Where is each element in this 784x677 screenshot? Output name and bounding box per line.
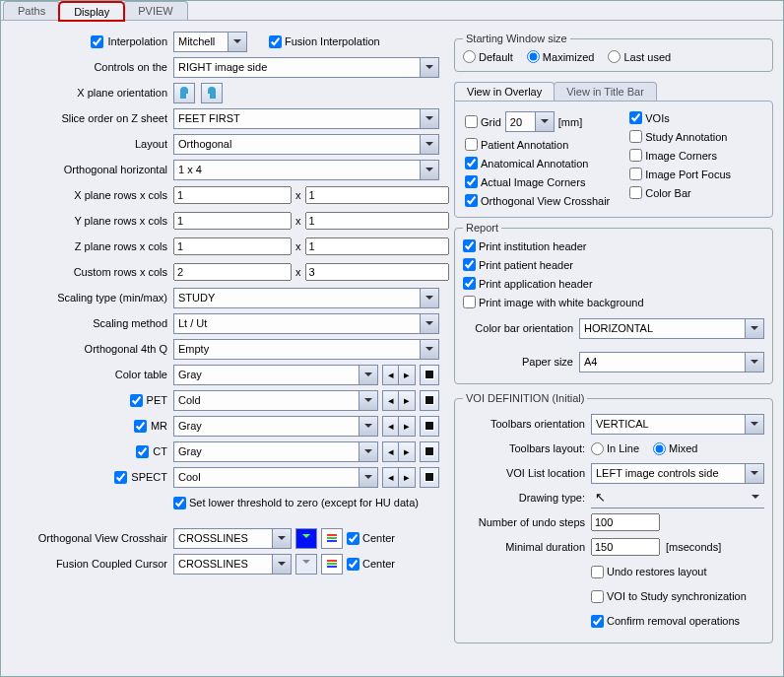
slice-order-select[interactable]: FEET FIRST (173, 108, 439, 129)
tab-pview[interactable]: PVIEW (123, 1, 187, 20)
x-plane-orientation-head-left-icon[interactable] (173, 83, 195, 103)
pet-prev-button[interactable]: ◂ (382, 390, 399, 411)
confirm-remove-checkbox[interactable]: Confirm removal operations (591, 615, 740, 628)
z-plane-cols-input[interactable] (305, 237, 449, 255)
mr-prev-button[interactable]: ◂ (382, 416, 399, 437)
interpolation-method-select[interactable]: Mitchell (173, 32, 247, 52)
tab-view-overlay[interactable]: View in Overlay (454, 82, 555, 101)
undo-steps-input[interactable] (591, 513, 660, 531)
scaling-type-select[interactable]: STUDY (173, 288, 439, 308)
grid-checkbox[interactable]: Grid (465, 115, 501, 128)
ortho-4th-label: Orthogonal 4th Q (11, 343, 173, 355)
tab-paths[interactable]: Paths (3, 1, 60, 20)
mr-swatch-button[interactable] (420, 416, 439, 437)
tb-inline-radio[interactable]: In Line (591, 442, 639, 455)
print-pat-checkbox[interactable]: Print patient header (463, 258, 764, 271)
y-plane-rows-input[interactable] (173, 212, 292, 230)
win-maximized-radio[interactable]: Maximized (527, 50, 595, 63)
spect-next-button[interactable]: ▸ (399, 467, 416, 488)
vois-checkbox[interactable]: VOIs (629, 111, 731, 124)
paper-size-select[interactable]: A4 (579, 352, 764, 372)
patient-ann-checkbox[interactable]: Patient Annotation (465, 138, 610, 151)
voi-sync-checkbox[interactable]: VOI to Study synchronization (591, 590, 747, 603)
pet-label: PET (147, 394, 167, 406)
mr-next-button[interactable]: ▸ (399, 416, 416, 437)
x-sep: x (295, 189, 301, 201)
controls-on-the-select[interactable]: RIGHT image side (173, 57, 439, 78)
ct-next-button[interactable]: ▸ (399, 441, 416, 462)
mr-label: MR (151, 420, 167, 432)
x-plane-orientation-head-right-icon[interactable] (201, 83, 223, 103)
x-plane-cols-input[interactable] (305, 186, 449, 204)
mr-select[interactable]: Gray (173, 416, 378, 437)
tab-display[interactable]: Display (59, 2, 124, 21)
voi-list-select[interactable]: LEFT image controls side (591, 463, 764, 484)
custom-rows-input[interactable] (173, 263, 292, 281)
spect-checkbox[interactable] (114, 471, 127, 484)
color-bar-checkbox[interactable]: Color Bar (629, 186, 731, 199)
ct-label: CT (153, 445, 167, 457)
print-app-checkbox[interactable]: Print application header (463, 277, 764, 290)
tab-view-titlebar[interactable]: View in Title Bar (554, 82, 657, 101)
z-plane-rows-input[interactable] (173, 237, 292, 255)
image-corners-checkbox[interactable]: Image Corners (629, 149, 731, 162)
anatomical-ann-checkbox[interactable]: Anatomical Annotation (465, 157, 610, 169)
pet-swatch-button[interactable] (420, 390, 439, 411)
set-lower-threshold-checkbox[interactable]: Set lower threshold to zero (except for … (173, 497, 419, 509)
min-dur-input[interactable] (591, 538, 660, 556)
ortho-h-select[interactable]: 1 x 4 (173, 160, 439, 180)
spect-prev-button[interactable]: ◂ (382, 467, 399, 488)
check-label: Print image with white background (479, 297, 644, 308)
tb-orient-select[interactable]: VERTICAL (591, 414, 764, 435)
check-label: Study Annotation (645, 131, 727, 143)
drawing-type-select[interactable]: ↖ (591, 488, 764, 508)
ortho-crosshair-center-checkbox[interactable]: Center (347, 532, 395, 545)
check-label: Confirm removal operations (607, 615, 740, 627)
ortho-crosshair-view-checkbox[interactable]: Orthogonal View Crosshair (465, 194, 610, 207)
fusion-cursor-center-checkbox[interactable]: Center (347, 558, 395, 571)
spect-select[interactable]: Cool (173, 467, 378, 488)
fusion-cursor-lut-button[interactable] (321, 554, 343, 575)
grid-value-select[interactable]: 20 (505, 111, 555, 132)
pet-select[interactable]: Cold (173, 390, 378, 411)
ortho-crosshair-select[interactable]: CROSSLINES (173, 528, 292, 549)
print-bg-checkbox[interactable]: Print image with white background (463, 296, 764, 308)
port-focus-checkbox[interactable]: Image Port Focus (629, 168, 731, 180)
check-label: Print patient header (479, 259, 573, 271)
pet-next-button[interactable]: ▸ (399, 390, 416, 411)
mr-checkbox[interactable] (134, 420, 147, 433)
ortho-crosshair-color-button[interactable] (295, 528, 317, 549)
ct-select[interactable]: Gray (173, 441, 378, 462)
color-table-next-button[interactable]: ▸ (399, 365, 416, 385)
scaling-method-select[interactable]: Lt / Ut (173, 313, 439, 334)
interpolation-checkbox[interactable] (91, 35, 103, 48)
center-label: Center (362, 558, 395, 570)
color-table-label: Color table (11, 369, 173, 380)
color-table-select[interactable]: Gray (173, 365, 378, 385)
ortho-crosshair-lut-button[interactable] (321, 528, 343, 549)
ct-swatch-button[interactable] (420, 441, 439, 462)
color-table-prev-button[interactable]: ◂ (382, 365, 399, 385)
fusion-cursor-color-button[interactable] (295, 554, 317, 575)
ct-prev-button[interactable]: ◂ (382, 441, 399, 462)
fusion-cursor-select[interactable]: CROSSLINES (173, 554, 292, 575)
color-table-swatch-button[interactable] (420, 365, 439, 385)
set-lower-threshold-label: Set lower threshold to zero (except for … (189, 497, 419, 508)
undo-restore-checkbox[interactable]: Undo restores layout (591, 566, 707, 578)
y-plane-cols-input[interactable] (305, 212, 449, 230)
win-default-radio[interactable]: Default (463, 50, 513, 63)
fusion-interpolation-checkbox[interactable]: Fusion Interpolation (269, 35, 380, 48)
tb-mixed-radio[interactable]: Mixed (653, 442, 697, 455)
pet-checkbox[interactable] (130, 394, 143, 407)
study-ann-checkbox[interactable]: Study Annotation (629, 130, 731, 143)
win-last-used-radio[interactable]: Last used (608, 50, 671, 63)
x-plane-rows-input[interactable] (173, 186, 292, 204)
spect-swatch-button[interactable] (420, 467, 439, 488)
print-inst-checkbox[interactable]: Print institution header (463, 239, 764, 252)
ortho-4th-select[interactable]: Empty (173, 339, 439, 360)
custom-cols-input[interactable] (305, 263, 449, 281)
layout-select[interactable]: Orthogonal (173, 134, 439, 155)
cb-orient-select[interactable]: HORIZONTAL (579, 318, 764, 339)
actual-corners-checkbox[interactable]: Actual Image Corners (465, 175, 610, 188)
ct-checkbox[interactable] (136, 445, 149, 458)
